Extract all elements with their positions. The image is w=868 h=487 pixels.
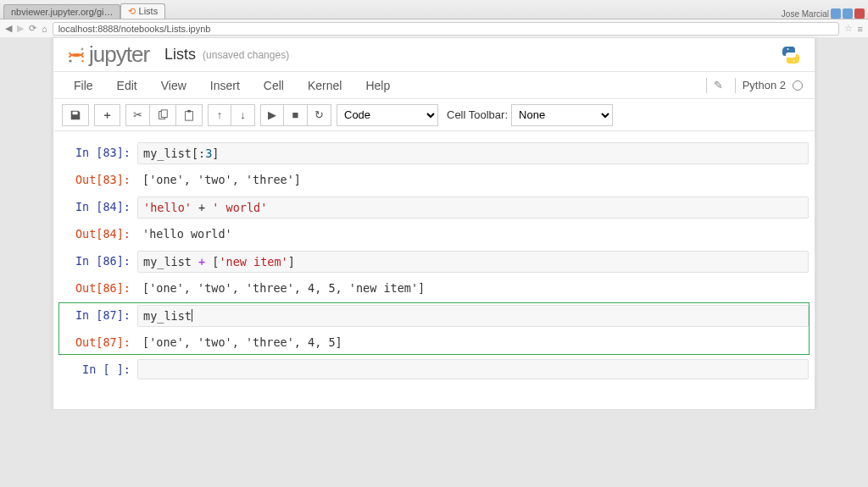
browser-tab-2[interactable]: ⟲ Lists — [120, 3, 165, 19]
bookmark-star-icon[interactable]: ☆ — [844, 23, 853, 34]
svg-point-2 — [81, 59, 83, 61]
paste-icon — [183, 109, 195, 121]
menubar: File Edit View Insert Cell Kernel Help ✎… — [53, 72, 815, 99]
jupyter-wordmark: jupyter — [89, 42, 149, 68]
cut-button[interactable]: ✂ — [125, 104, 150, 126]
menu-edit[interactable]: Edit — [105, 74, 149, 97]
menu-kernel[interactable]: Kernel — [296, 74, 353, 97]
input-prompt: In [86]: — [59, 251, 137, 271]
cell-output: 'hello world' — [137, 224, 809, 244]
nav-forward-icon[interactable]: ▶ — [17, 23, 24, 34]
notebook-title[interactable]: Lists — [164, 46, 196, 64]
jupyter-logo-icon — [67, 46, 86, 64]
plus-icon: ＋ — [102, 108, 113, 123]
interrupt-button[interactable]: ■ — [284, 104, 308, 126]
jupyter-logo[interactable]: jupyter — [67, 42, 149, 68]
cell-toolbar-label: Cell Toolbar: — [447, 108, 508, 121]
menu-help[interactable]: Help — [353, 74, 402, 97]
jupyter-favicon: ⟲ — [128, 6, 136, 16]
svg-rect-6 — [161, 109, 167, 117]
svg-point-3 — [787, 48, 789, 50]
move-down-button[interactable]: ↓ — [231, 104, 255, 126]
cell-input[interactable]: my_list[:3] — [137, 142, 809, 164]
code-cell[interactable]: In [87]:my_listOut[87]:['one', 'two', 't… — [58, 302, 810, 355]
window-controls: Jose Marcial — [782, 8, 868, 19]
move-up-button[interactable]: ↑ — [208, 104, 231, 126]
code-cell[interactable]: In [83]:my_list[:3]Out[83]:['one', 'two'… — [58, 140, 810, 192]
menu-insert[interactable]: Insert — [198, 74, 252, 97]
code-cell[interactable]: In [84]:'hello' + ' world'Out[84]:'hello… — [58, 194, 810, 246]
code-cell[interactable]: In [ ]: — [58, 357, 810, 382]
kernel-status-icon — [793, 80, 803, 91]
window-minimize-icon[interactable] — [831, 8, 841, 19]
copy-icon — [157, 109, 169, 121]
output-prompt: Out[84]: — [59, 224, 137, 244]
output-prompt: Out[86]: — [59, 278, 137, 298]
svg-point-4 — [793, 60, 795, 62]
svg-point-1 — [69, 59, 71, 62]
arrow-down-icon: ↓ — [240, 108, 246, 121]
output-prompt: Out[87]: — [59, 332, 137, 352]
notebook-container[interactable]: In [83]:my_list[:3]Out[83]:['one', 'two'… — [53, 131, 815, 409]
cell-toolbar-select[interactable]: None — [511, 104, 613, 126]
browser-tab-1[interactable]: nbviewer.jupyter.org/gi… — [3, 4, 120, 19]
cell-output: ['one', 'two', 'three', 4, 5] — [137, 332, 809, 352]
menu-view[interactable]: View — [149, 74, 198, 97]
cell-input[interactable]: my_list — [137, 305, 809, 327]
svg-rect-8 — [187, 109, 191, 112]
window-close-icon[interactable] — [854, 8, 865, 19]
input-prompt: In [83]: — [59, 142, 137, 163]
svg-point-0 — [81, 47, 84, 50]
output-prompt: Out[83]: — [59, 169, 137, 190]
play-icon: ▶ — [268, 108, 276, 121]
save-button[interactable] — [62, 104, 89, 126]
address-text: localhost:8888/notebooks/Lists.ipynb — [58, 24, 211, 34]
toolbar: ＋ ✂ ↑ ↓ ▶ ■ ↻ Code Cell Toolbar: None — [53, 99, 815, 131]
browser-menu-icon[interactable]: ≡ — [858, 24, 863, 34]
restart-button[interactable]: ↻ — [308, 104, 331, 126]
notebook-save-status: (unsaved changes) — [203, 49, 289, 61]
cell-type-select[interactable]: Code — [337, 104, 438, 126]
input-prompt: In [ ]: — [59, 359, 137, 379]
window-maximize-icon[interactable] — [843, 8, 853, 19]
run-button[interactable]: ▶ — [260, 104, 284, 126]
svg-rect-7 — [186, 111, 193, 120]
browser-tab-2-label: Lists — [139, 6, 159, 16]
jupyter-page: jupyter Lists (unsaved changes) File Edi… — [53, 37, 815, 410]
cell-output: ['one', 'two', 'three'] — [137, 169, 809, 190]
code-cell[interactable]: In [86]:my_list + ['new item']Out[86]:['… — [58, 248, 810, 301]
cell-input[interactable]: my_list + ['new item'] — [137, 251, 809, 273]
cut-icon: ✂ — [133, 108, 142, 121]
paste-button[interactable] — [176, 104, 203, 126]
header: jupyter Lists (unsaved changes) — [53, 38, 815, 72]
menu-file[interactable]: File — [62, 74, 105, 97]
nav-back-icon[interactable]: ◀ — [5, 23, 12, 34]
save-icon — [70, 109, 81, 121]
cell-input[interactable]: 'hello' + ' world' — [137, 196, 809, 219]
browser-chrome: nbviewer.jupyter.org/gi… ⟲ Lists Jose Ma… — [0, 0, 868, 37]
nav-home-icon[interactable]: ⌂ — [42, 24, 47, 34]
insert-cell-button[interactable]: ＋ — [94, 104, 120, 126]
nav-reload-icon[interactable]: ⟳ — [29, 23, 36, 34]
input-prompt: In [87]: — [59, 305, 137, 325]
address-bar[interactable]: localhost:8888/notebooks/Lists.ipynb — [53, 22, 839, 36]
cell-output: ['one', 'two', 'three', 4, 5, 'new item'… — [137, 278, 809, 298]
kernel-name[interactable]: Python 2 — [743, 79, 786, 91]
python-logo-icon — [781, 45, 801, 65]
restart-icon: ↻ — [314, 108, 324, 121]
edit-mode-icon: ✎ — [714, 79, 723, 91]
input-prompt: In [84]: — [59, 196, 137, 217]
copy-button[interactable] — [150, 104, 176, 126]
arrow-up-icon: ↑ — [217, 108, 223, 121]
cell-input[interactable] — [137, 359, 809, 379]
stop-icon: ■ — [292, 108, 299, 121]
menu-cell[interactable]: Cell — [252, 74, 296, 97]
